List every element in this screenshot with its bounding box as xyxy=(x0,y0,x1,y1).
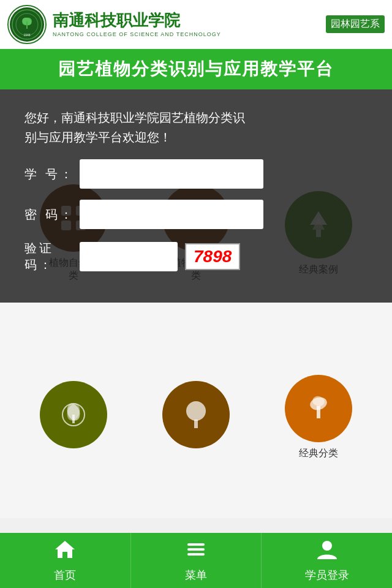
home-icon xyxy=(54,538,76,565)
logo-inner: 1946 xyxy=(10,7,44,42)
password-row: 密 码： xyxy=(24,200,368,229)
login-panel: 您好，南通科技职业学院园艺植物分类识别与应用教学平台欢迎您！ 学 号： 密 码：… xyxy=(0,89,392,303)
menu-icon xyxy=(185,538,207,565)
school-name-english: NANTONG COLLEGE OF SCIENCE AND TECHNOLOG… xyxy=(53,31,320,37)
password-label: 密 码： xyxy=(24,206,80,223)
student-id-input[interactable] xyxy=(80,159,263,189)
feature-icon-4 xyxy=(40,381,107,448)
captcha-image[interactable]: 7898 xyxy=(185,243,240,270)
captcha-value: 7898 xyxy=(194,247,232,266)
svg-rect-4 xyxy=(26,21,28,29)
student-id-row: 学 号： xyxy=(24,159,368,189)
welcome-message: 您好，南通科技职业学院园艺植物分类识别与应用教学平台欢迎您！ xyxy=(24,108,368,147)
bottom-navigation: 首页 菜单 学员登录 xyxy=(0,533,392,588)
student-id-label: 学 号： xyxy=(24,166,80,183)
captcha-input[interactable] xyxy=(80,242,178,271)
feature-item-5[interactable] xyxy=(135,329,257,507)
svg-rect-28 xyxy=(187,543,205,546)
app-header: 1946 南通科技职业学院 NANTONG COLLEGE OF SCIENCE… xyxy=(0,0,392,49)
svg-point-31 xyxy=(322,541,332,551)
captcha-label: 验证码： xyxy=(24,240,80,273)
nav-home-label: 首页 xyxy=(54,568,76,582)
page-title-bar: 园艺植物分类识别与应用教学平台 xyxy=(0,49,392,89)
feature-icon-5 xyxy=(162,381,230,448)
svg-point-22 xyxy=(186,401,206,421)
school-name-chinese: 南通科技职业学院 xyxy=(53,11,320,30)
nav-login-label: 学员登录 xyxy=(305,568,349,582)
feature-label-6: 经典分类 xyxy=(299,447,338,460)
user-icon xyxy=(316,538,338,565)
page-title: 园艺植物分类识别与应用教学平台 xyxy=(58,59,334,78)
feature-item-6[interactable]: 经典分类 xyxy=(257,329,380,507)
department-label: 园林园艺系 xyxy=(326,15,385,33)
svg-rect-21 xyxy=(72,415,75,423)
feature-icon-6 xyxy=(285,375,352,442)
svg-marker-27 xyxy=(55,541,75,558)
svg-rect-29 xyxy=(187,548,205,551)
nav-home[interactable]: 首页 xyxy=(0,533,131,588)
nav-menu[interactable]: 菜单 xyxy=(131,533,262,588)
captcha-row: 验证码： 7898 xyxy=(24,240,368,273)
main-content: 植物自然分类 植物人为分类 xyxy=(0,89,392,518)
school-logo: 1946 xyxy=(7,5,47,44)
nav-menu-label: 菜单 xyxy=(185,568,207,582)
svg-text:1946: 1946 xyxy=(23,33,30,37)
svg-rect-23 xyxy=(194,420,198,428)
password-input[interactable] xyxy=(80,200,263,229)
svg-rect-30 xyxy=(187,553,205,556)
nav-login[interactable]: 学员登录 xyxy=(262,533,392,588)
feature-item-4[interactable] xyxy=(12,329,135,507)
school-name-block: 南通科技职业学院 NANTONG COLLEGE OF SCIENCE AND … xyxy=(53,11,320,37)
